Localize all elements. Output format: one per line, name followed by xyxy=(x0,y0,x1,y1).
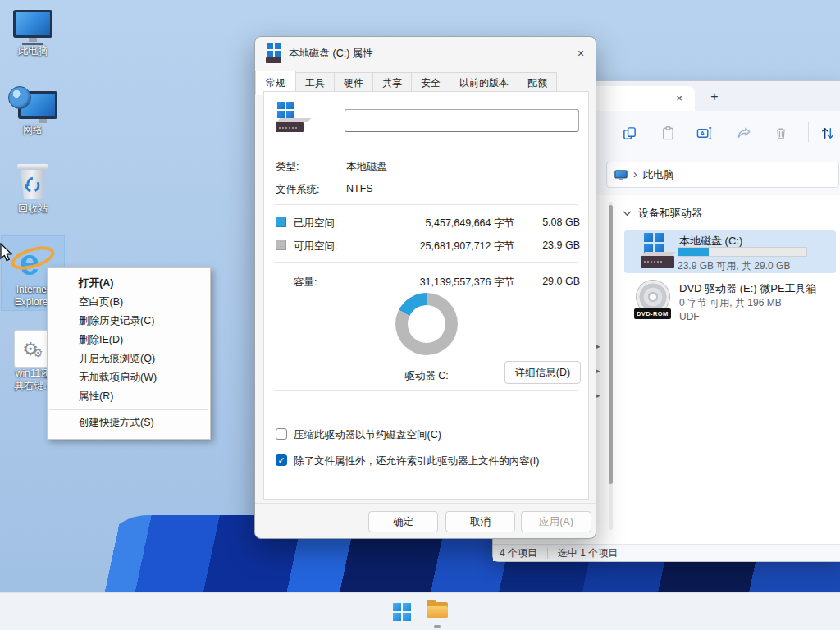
svg-text:A: A xyxy=(700,130,705,137)
tab-close-button[interactable]: × xyxy=(670,90,688,107)
plus-icon: + xyxy=(710,89,718,103)
icon-label: 网络 xyxy=(0,124,66,136)
divider xyxy=(274,262,578,262)
filesystem-value: NTFS xyxy=(346,183,373,194)
tree-chevron-icon[interactable]: ▸ xyxy=(596,343,603,349)
dialog-title-bar[interactable]: 本地磁盘 (C:) 属性 xyxy=(255,37,596,70)
scrollbar-thumb[interactable] xyxy=(609,205,613,484)
desktop-icon-network[interactable]: 网络 xyxy=(0,86,66,136)
free-space-swatch xyxy=(276,240,286,250)
delete-button[interactable] xyxy=(769,122,792,144)
drive-letter-caption: 驱动器 C: xyxy=(363,369,491,383)
donut-hole xyxy=(408,305,445,343)
section-header-devices[interactable]: 设备和驱动器 xyxy=(623,206,702,221)
free-bytes: 25,681,907,712 字节 xyxy=(383,240,514,253)
disk-drive-icon xyxy=(266,43,281,63)
compress-checkbox-label[interactable]: 压缩此驱动器以节约磁盘空间(C) xyxy=(294,428,441,442)
tree-chevron-icon[interactable]: ▸ xyxy=(596,368,603,374)
desktop: 此电脑 网络 回收站 e Internet Exp xyxy=(0,0,840,630)
nav-pane-scrollbar[interactable] xyxy=(609,202,613,530)
used-bytes: 5,457,649,664 字节 xyxy=(391,217,514,231)
dialog-button-row: 确定 取消 应用(A) xyxy=(255,503,596,541)
close-icon: × xyxy=(676,92,682,104)
section-header-label: 设备和驱动器 xyxy=(638,206,702,221)
dialog-close-button[interactable]: × xyxy=(570,43,591,64)
folder-front xyxy=(427,606,448,618)
recycle-arrows-icon xyxy=(22,174,43,195)
used-size: 5.08 GB xyxy=(523,217,580,228)
new-tab-button[interactable]: + xyxy=(705,88,724,106)
check-icon: ✓ xyxy=(277,455,285,465)
type-value: 本地磁盘 xyxy=(346,160,387,174)
share-button[interactable] xyxy=(732,122,755,144)
taskbar-file-explorer-button[interactable] xyxy=(425,600,450,623)
volume-label-input[interactable] xyxy=(345,109,579,132)
address-bar[interactable]: › 此电脑 xyxy=(606,162,839,188)
paste-icon xyxy=(660,126,676,141)
close-icon: × xyxy=(578,47,584,60)
menu-item-open[interactable]: 打开(A) xyxy=(48,274,210,293)
copy-button[interactable] xyxy=(618,122,641,144)
windows-logo-icon xyxy=(393,603,411,621)
breadcrumb[interactable]: 此电脑 xyxy=(643,168,674,182)
details-button[interactable]: 详细信息(D) xyxy=(504,361,581,384)
index-checkbox[interactable]: ✓ xyxy=(276,454,287,466)
divider xyxy=(274,148,578,148)
tree-chevron-icon[interactable]: ▸ xyxy=(596,392,603,399)
divider xyxy=(274,390,578,391)
bin-rim xyxy=(17,164,48,170)
monitor-stand xyxy=(29,38,37,42)
compress-checkbox[interactable] xyxy=(276,428,287,440)
cancel-button[interactable]: 取消 xyxy=(445,511,515,532)
dialog-title: 本地磁盘 (C:) 属性 xyxy=(289,47,373,61)
index-checkbox-label[interactable]: 除了文件属性外，还允许索引此驱动器上文件的内容(I) xyxy=(294,454,539,468)
drive-item-dvd[interactable]: DVD-ROM DVD 驱动器 (E:) 微PE工具箱 0 字节 可用, 共 1… xyxy=(624,277,836,325)
drive-filesystem: UDF xyxy=(679,311,700,322)
menu-item-no-addons[interactable]: 无加载项启动(W) xyxy=(48,368,210,387)
disk-properties-dialog: 本地磁盘 (C:) 属性 × 常规 工具 硬件 共享 安全 以前的版本 配额 类… xyxy=(254,36,596,539)
icon-label: 此电脑 xyxy=(0,45,66,57)
free-size: 23.9 GB xyxy=(523,240,580,251)
menu-item-delete-history[interactable]: 删除历史记录(C) xyxy=(48,312,210,331)
menu-item-blank-page[interactable]: 空白页(B) xyxy=(48,293,210,312)
sort-icon xyxy=(819,126,836,141)
this-pc-icon xyxy=(13,10,52,38)
recycle-bin-icon xyxy=(19,167,47,199)
ie-context-menu: 打开(A) 空白页(B) 删除历史记录(C) 删除IE(D) 开启无痕浏览(Q)… xyxy=(47,267,211,440)
menu-item-properties[interactable]: 属性(R) xyxy=(48,387,210,406)
apply-button[interactable]: 应用(A) xyxy=(521,511,591,532)
free-space-label: 可用空间: xyxy=(294,240,337,253)
menu-item-delete-ie[interactable]: 删除IE(D) xyxy=(48,331,210,349)
filesystem-label: 文件系统: xyxy=(276,183,319,197)
this-pc-icon xyxy=(614,170,628,180)
desktop-icon-this-pc[interactable]: 此电脑 xyxy=(0,10,66,57)
drive-item-c[interactable]: 本地磁盘 (C:) 23.9 GB 可用, 共 29.0 GB xyxy=(624,230,836,273)
selected-count: 选中 1 个项目 xyxy=(558,546,618,560)
menu-item-create-shortcut[interactable]: 创建快捷方式(S) xyxy=(48,413,210,432)
start-button[interactable] xyxy=(391,601,413,623)
desktop-icon-recycle-bin[interactable]: 回收站 xyxy=(0,164,66,215)
taskbar: 英 拼 10:01 2022/11/10 z xyxy=(0,592,840,630)
ok-button[interactable]: 确定 xyxy=(368,511,438,532)
globe-icon xyxy=(8,86,31,109)
drive-usage-fill xyxy=(678,248,709,256)
menu-item-inprivate[interactable]: 开启无痕浏览(Q) xyxy=(48,349,210,368)
running-app-indicator xyxy=(434,625,441,628)
trash-icon xyxy=(774,126,788,141)
toolbar-separator xyxy=(808,122,809,142)
divider xyxy=(274,204,578,205)
items-count: 4 个项目 xyxy=(500,546,537,560)
chevron-right-icon: › xyxy=(633,167,637,180)
disk-drive-icon-large xyxy=(276,102,304,132)
type-label: 类型: xyxy=(276,160,299,174)
mouse-cursor xyxy=(0,243,13,262)
sort-button[interactable] xyxy=(816,122,839,144)
status-separator xyxy=(547,548,548,559)
paste-button[interactable] xyxy=(656,122,679,144)
share-icon xyxy=(736,126,751,141)
rename-button[interactable]: A xyxy=(693,122,716,144)
capacity-size: 29.0 GB xyxy=(523,276,580,287)
used-space-label: 已用空间: xyxy=(294,217,337,231)
monitor-stand xyxy=(39,119,47,123)
status-separator xyxy=(628,548,628,559)
